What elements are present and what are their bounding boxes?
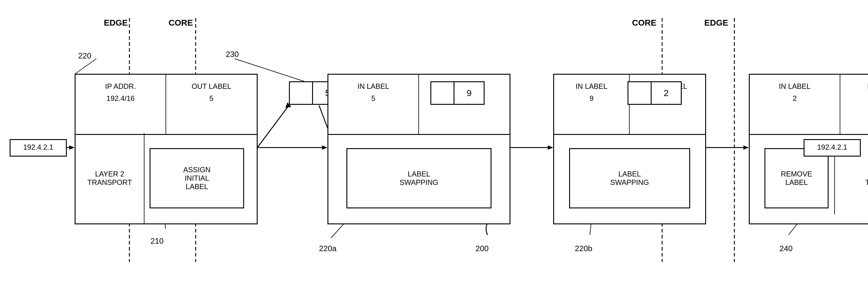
svg-marker-11	[322, 145, 328, 150]
label-swapping-2-label: LABEL	[570, 170, 689, 178]
remove-label-text: REMOVE	[765, 170, 828, 178]
ref-220: 220	[78, 51, 91, 61]
label-swapping-2-text: SWAPPING	[570, 178, 689, 187]
diagram-container: EDGE CORE CORE EDGE 220 230 192.4.2.1 IP…	[0, 0, 868, 296]
label-swapping-1-text: SWAPPING	[347, 178, 491, 187]
svg-marker-17	[548, 145, 553, 150]
remove-label-box: REMOVE LABEL	[765, 148, 829, 208]
ref-210: 210	[151, 236, 163, 246]
ip-output-label: 192.4.2.1	[805, 143, 860, 151]
svg-line-6	[257, 106, 289, 148]
packet-9-outer: 9	[430, 81, 485, 105]
label-label-ingress: LABEL	[151, 182, 243, 191]
core1-in-label-value: 5	[328, 94, 418, 103]
svg-marker-23	[743, 145, 749, 150]
packet-2-value: 2	[664, 88, 669, 98]
egress-next-hop-label: NEXT HOP	[840, 82, 868, 91]
egress-in-label-value: 2	[750, 94, 840, 103]
ref-220a: 220a	[319, 244, 337, 253]
initial-label: INITIAL	[151, 174, 243, 182]
assign-initial-label-box: ASSIGN INITIAL LABEL	[150, 148, 244, 208]
ref-220b: 220b	[575, 244, 592, 253]
egress-in-label-label: IN LABEL	[750, 82, 840, 91]
ref-200: 200	[475, 244, 489, 253]
label-swapping-1-box: LABEL SWAPPING	[346, 148, 492, 208]
core-label-left: CORE	[168, 18, 193, 28]
layer2-label: LAYER 2	[75, 170, 144, 178]
edge-label-left: EDGE	[104, 18, 128, 28]
core-label-right: CORE	[632, 18, 656, 28]
packet-2-outer: 2	[627, 81, 682, 105]
transport-label-ingress: TRANSPORT	[75, 178, 144, 187]
ip-input-box: 192.4.2.1	[10, 139, 67, 156]
ref-240: 240	[779, 244, 793, 253]
out-label-ingress-value: 5	[166, 94, 257, 103]
egress-next-hop-value: 219.1.1.1	[840, 94, 868, 103]
egress-layer2-label: LAYER 2	[844, 170, 868, 178]
core2-in-label-value: 9	[554, 94, 629, 103]
assign-label: ASSIGN	[151, 166, 243, 174]
out-label-ingress-label: OUT LABEL	[166, 82, 257, 91]
egress-transport-label: TRANSPORT	[844, 178, 868, 187]
ingress-router-box: IP ADDR. 192.4/16 OUT LABEL 5 LAYER 2 TR…	[75, 74, 258, 224]
edge-label-right: EDGE	[704, 18, 728, 28]
ip-addr-value: 192.4/16	[75, 94, 165, 103]
remove-label-label: LABEL	[765, 178, 828, 187]
ip-addr-label: IP ADDR.	[75, 82, 165, 91]
packet-9-value: 9	[466, 88, 472, 98]
label-swapping-2-box: LABEL SWAPPING	[569, 148, 690, 208]
ip-output-box: 192.4.2.1	[804, 139, 861, 156]
ip-input-label: 192.4.2.1	[10, 143, 66, 151]
core1-in-label-label: IN LABEL	[328, 82, 418, 91]
svg-line-26	[75, 59, 96, 74]
core2-in-label-label: IN LABEL	[554, 82, 629, 91]
ref-230: 230	[226, 50, 239, 59]
svg-marker-5	[69, 145, 75, 150]
label-swapping-1-label: LABEL	[347, 170, 491, 178]
